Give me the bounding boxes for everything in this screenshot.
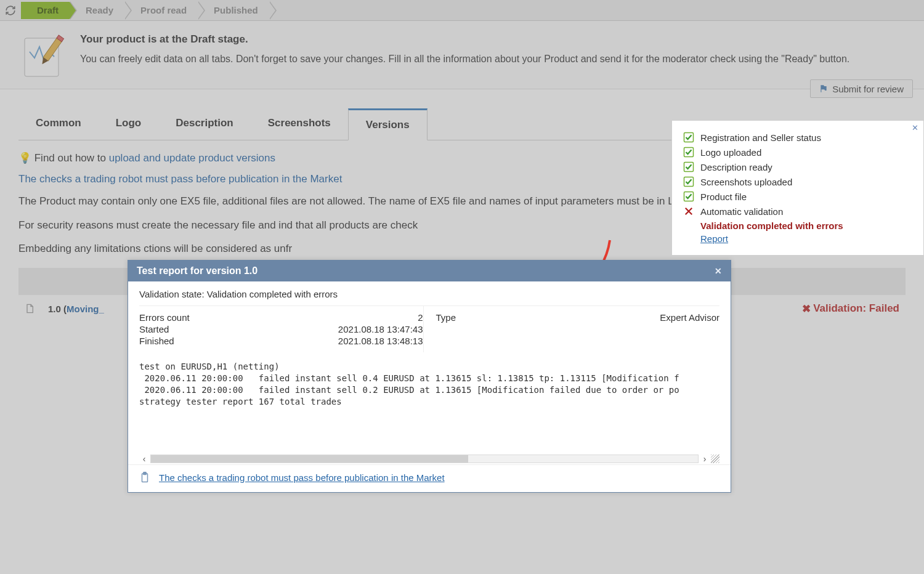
close-icon[interactable]: ✕	[912, 123, 918, 132]
stat-row: TypeExpert Advisor	[436, 312, 720, 323]
log-output: test on EURUSD,H1 (netting) 2020.06.11 2…	[139, 361, 719, 453]
checklist-item-label: Product file	[700, 192, 747, 202]
tab-versions[interactable]: Versions	[348, 108, 428, 140]
clipboard-icon	[139, 471, 153, 483]
stage-proofread[interactable]: Proof read	[124, 2, 198, 19]
stage-draft[interactable]: Draft	[21, 2, 70, 19]
checklist-item: Description ready	[683, 161, 912, 172]
document-edit-icon	[18, 33, 71, 83]
checklist-item-label: Logo uploaded	[700, 147, 761, 158]
checklist-item-label: Screenshots uploaded	[700, 177, 792, 187]
footer-checks-link[interactable]: The checks a trading robot must pass bef…	[159, 472, 445, 483]
scroll-right-icon: ›	[700, 454, 710, 464]
info-body: You can freely edit data on all tabs. Do…	[80, 52, 849, 66]
validation-state: Validation state: Validation completed w…	[139, 289, 719, 299]
check-icon	[683, 161, 695, 172]
stats-table: Errors count2Started2021.08.18 13:47:43F…	[139, 305, 719, 352]
test-report-modal: Test report for version 1.0 ✕ Validation…	[128, 260, 731, 493]
horizontal-scrollbar[interactable]: ‹ ›	[139, 453, 719, 464]
resize-grip-icon[interactable]	[711, 455, 719, 463]
svg-rect-11	[144, 472, 147, 475]
checklist-item-label: Description ready	[700, 162, 772, 172]
checklist-item-label: Automatic validation	[700, 206, 783, 217]
stat-row: Errors count2	[139, 312, 423, 323]
upload-versions-link[interactable]: upload and update product versions	[109, 152, 275, 164]
review-checklist-panel: ✕ Registration and Seller statusLogo upl…	[671, 120, 924, 256]
validation-error-title: Validation completed with errors	[700, 220, 912, 231]
check-icon	[683, 147, 695, 158]
check-icon	[683, 191, 695, 202]
refresh-icon[interactable]	[0, 0, 21, 21]
check-icon	[683, 176, 695, 187]
check-icon	[683, 132, 695, 143]
tab-common[interactable]: Common	[18, 108, 99, 140]
checklist-item: Registration and Seller status	[683, 132, 912, 143]
stat-row: Finished2021.08.18 13:48:13	[139, 336, 423, 346]
checklist-item: Screenshots uploaded	[683, 176, 912, 187]
checklist-item: Automatic validation	[683, 206, 912, 217]
checklist-item: Product file	[683, 191, 912, 202]
info-block: Your product is at the Draft stage. You …	[0, 21, 924, 89]
modal-footer: The checks a trading robot must pass bef…	[128, 464, 731, 492]
info-title: Your product is at the Draft stage.	[80, 33, 849, 46]
submit-for-review-button[interactable]: Submit for review	[810, 79, 913, 98]
tab-logo[interactable]: Logo	[99, 108, 159, 140]
tab-screenshots[interactable]: Screenshots	[251, 108, 348, 140]
cross-icon: ✖	[802, 302, 811, 315]
flag-icon	[819, 84, 828, 93]
modal-title-bar: Test report for version 1.0 ✕	[128, 261, 731, 281]
checklist-item: Logo uploaded	[683, 147, 912, 158]
stat-row: Started2021.08.18 13:47:43	[139, 324, 423, 334]
stage-bar: Draft Ready Proof read Published	[0, 0, 924, 21]
report-link[interactable]: Report	[700, 233, 728, 244]
page-icon	[25, 303, 37, 314]
checklist-item-label: Registration and Seller status	[700, 132, 821, 143]
bulb-icon: 💡	[18, 152, 34, 164]
validation-failed-badge: ✖ Validation: Failed	[802, 302, 899, 315]
stage-published[interactable]: Published	[198, 2, 269, 19]
stage-ready[interactable]: Ready	[70, 2, 124, 19]
tab-description[interactable]: Description	[158, 108, 251, 140]
cross-icon	[683, 206, 695, 217]
close-icon[interactable]: ✕	[715, 266, 722, 276]
scroll-left-icon: ‹	[139, 454, 149, 464]
